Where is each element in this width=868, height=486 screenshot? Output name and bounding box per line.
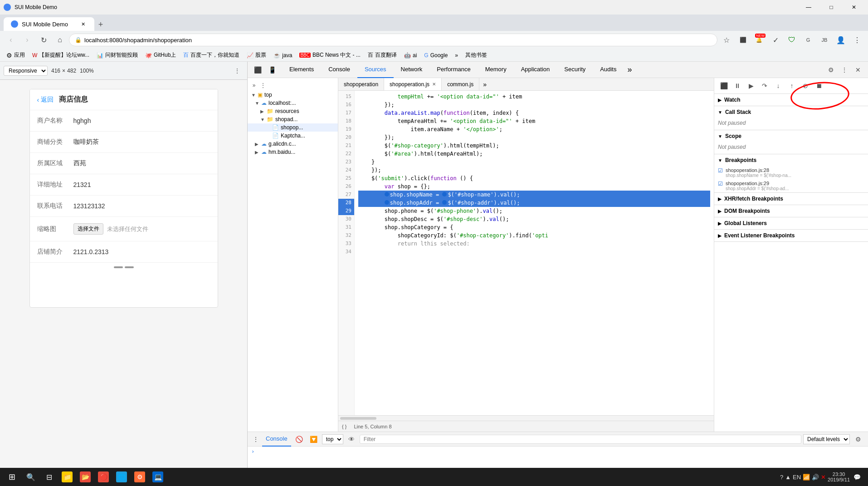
console-clear-btn[interactable]: 🚫 [293, 433, 306, 446]
debug-step-over-btn[interactable]: ↷ [759, 80, 770, 92]
console-menu-btn[interactable]: ⋮ [251, 435, 260, 444]
scope-section-header[interactable]: ▼ Scope [714, 130, 868, 142]
code-tabs-more[interactable]: » [479, 81, 490, 88]
reload-button[interactable]: ↻ [36, 33, 51, 47]
tree-item-hmbaidu[interactable]: ▶ ☁ hm.baidu... [248, 148, 338, 156]
back-button-mobile[interactable]: ‹ 返回 [37, 96, 54, 104]
choose-file-button[interactable]: 选择文件 [73, 223, 103, 235]
bookmark-bbc[interactable]: BBC BBC News 中文 - ... [297, 50, 363, 60]
tab-close-button[interactable]: ✕ [79, 20, 87, 28]
start-button[interactable]: ⊞ [2, 468, 22, 486]
bookmark-button[interactable]: ☆ [719, 33, 734, 47]
tab-performance[interactable]: Performance [429, 62, 478, 78]
taskbar-edge[interactable]: 🌐 [112, 468, 131, 486]
bookmark-forum[interactable]: W 【新提醒】论坛ww... [29, 50, 92, 60]
minimize-button[interactable]: — [798, 0, 819, 15]
console-input[interactable] [256, 448, 864, 455]
menu-button[interactable]: ⋮ [850, 33, 864, 47]
tree-item-shopad[interactable]: ▼ 📁 shopad... [248, 115, 338, 123]
bookmark-github[interactable]: 🐙 GitHub上 [142, 50, 179, 60]
device-select[interactable]: Responsive [4, 66, 48, 76]
tab-security[interactable]: Security [557, 62, 593, 78]
account-icon[interactable]: 👤 [834, 33, 848, 47]
code-tab-common-js[interactable]: common.js [442, 78, 479, 91]
debug-step-out-btn[interactable]: ↑ [786, 80, 798, 92]
tab-sources[interactable]: Sources [357, 62, 394, 78]
bp-checkbox-2[interactable]: ☑ [718, 181, 723, 187]
forward-button[interactable]: › [20, 33, 34, 47]
tree-item-kaptcha[interactable]: ▶ 📄 Kaptcha... [248, 132, 338, 140]
code-tab-shopoperation[interactable]: shopoperation [338, 78, 384, 91]
bookmark-apps[interactable]: ⚙ 应用 [4, 50, 28, 60]
back-button[interactable]: ‹ [4, 33, 18, 47]
new-badge-button[interactable]: 🔔NEW [752, 33, 766, 47]
bookmark-other[interactable]: 其他书签 [463, 50, 490, 60]
panel-resize-handle[interactable] [617, 243, 621, 334]
tree-item-localhost[interactable]: ▼ ☁ localhost:... [248, 99, 338, 107]
debug-layout-btn[interactable]: ⬛ [718, 80, 730, 92]
taskbar-app3[interactable]: 🔴 [94, 468, 112, 486]
bookmark-ai[interactable]: 🤖 ai [401, 51, 419, 59]
tree-item-resources[interactable]: ▶ 📁 resources [248, 107, 338, 115]
global-listeners-header[interactable]: ▶ Global Listeners [714, 217, 868, 229]
file-tree-menu-btn[interactable]: ⋮ [258, 81, 268, 90]
bp-checkbox-1[interactable]: ☑ [718, 167, 723, 174]
notifications-button[interactable]: 💬 [852, 474, 863, 481]
tab-network[interactable]: Network [394, 62, 430, 78]
close-button[interactable]: ✕ [844, 0, 864, 15]
devtools-mobile-btn[interactable]: 📱 [266, 64, 278, 76]
bookmark-finance[interactable]: 📊 问财智能投顾 [94, 50, 141, 60]
new-tab-button[interactable]: + [94, 18, 107, 31]
taskbar-task-view[interactable]: ⊟ [40, 468, 58, 486]
tree-item-galicdn[interactable]: ▶ ☁ g.alicdn.c... [248, 140, 338, 148]
code-content[interactable]: tempHtml += '<option data-id="' + item }… [355, 91, 714, 415]
debug-play-btn[interactable]: ▶ [745, 80, 757, 92]
translate-button[interactable]: G [801, 33, 815, 47]
tab-audits[interactable]: Audits [593, 62, 624, 78]
user-button[interactable]: JB [817, 33, 832, 47]
taskbar-app2[interactable]: 📂 [76, 468, 94, 486]
debug-deactivate-btn[interactable]: ⊘ [800, 80, 811, 92]
maximize-button[interactable]: □ [821, 0, 842, 15]
console-tab[interactable]: Console [262, 432, 291, 447]
devtools-toggle-btn[interactable]: ⬛ [251, 64, 264, 76]
console-context-select[interactable]: top [322, 434, 343, 444]
bookmark-more[interactable]: » [452, 51, 461, 59]
home-button[interactable]: ⌂ [53, 33, 67, 47]
code-tab-close-icon[interactable]: ✕ [432, 82, 436, 87]
devtools-settings-btn[interactable]: ⚙ [824, 64, 837, 76]
extensions-button[interactable]: ⬛ [736, 33, 750, 47]
device-toolbar-toggle[interactable]: ⋮ [231, 64, 244, 77]
tab-console[interactable]: Console [321, 62, 357, 78]
browser-tab-active[interactable]: SUI Mobile Demo ✕ [4, 17, 94, 31]
taskbar-search[interactable]: 🔍 [22, 468, 40, 486]
horizontal-scrollbar[interactable] [338, 415, 714, 421]
tab-elements[interactable]: Elements [282, 62, 321, 78]
debug-pause-btn[interactable]: ⏸ [731, 80, 743, 92]
file-tree-more-btn[interactable]: » [249, 81, 258, 90]
bookmark-stocks[interactable]: 📈 股票 [244, 50, 269, 60]
event-listener-header[interactable]: ▶ Event Listener Breakpoints [714, 230, 868, 241]
bookmark-baidu[interactable]: 百 百度一下，你就知道 [180, 50, 242, 60]
tab-memory[interactable]: Memory [478, 62, 514, 78]
debug-exceptions-btn[interactable]: ⏹ [813, 80, 825, 92]
bookmark-google[interactable]: G Google [421, 51, 450, 59]
taskbar-ide[interactable]: 💻 [149, 468, 167, 486]
devtools-tabs-more[interactable]: » [624, 65, 635, 74]
tree-item-shopop[interactable]: ▶ 📄 shopop... [248, 123, 338, 132]
call-stack-section-header[interactable]: ▼ Call Stack [714, 106, 868, 118]
watch-section-header[interactable]: ▶ Watch [714, 94, 868, 106]
checkmark-button[interactable]: ✓ [768, 33, 783, 47]
xhr-breakpoints-header[interactable]: ▶ XHR/fetch Breakpoints [714, 193, 868, 205]
tab-application[interactable]: Application [514, 62, 557, 78]
bookmark-translate[interactable]: 百 百度翻译 [365, 50, 400, 60]
dom-breakpoints-header[interactable]: ▶ DOM Breakpoints [714, 205, 868, 217]
shield-button[interactable]: 🛡 [785, 33, 799, 47]
taskbar-app4[interactable]: ⚙ [131, 468, 149, 486]
address-bar[interactable]: 🔒 localhost:8080/shopadmin/shopoperation [69, 34, 717, 46]
console-filter-input[interactable] [360, 435, 801, 444]
console-levels-select[interactable]: Default levels [803, 434, 850, 444]
taskbar-explorer[interactable]: 📁 [58, 468, 76, 486]
console-eye-btn[interactable]: 👁 [345, 433, 358, 446]
breakpoints-section-header[interactable]: ▼ Breakpoints [714, 154, 868, 166]
